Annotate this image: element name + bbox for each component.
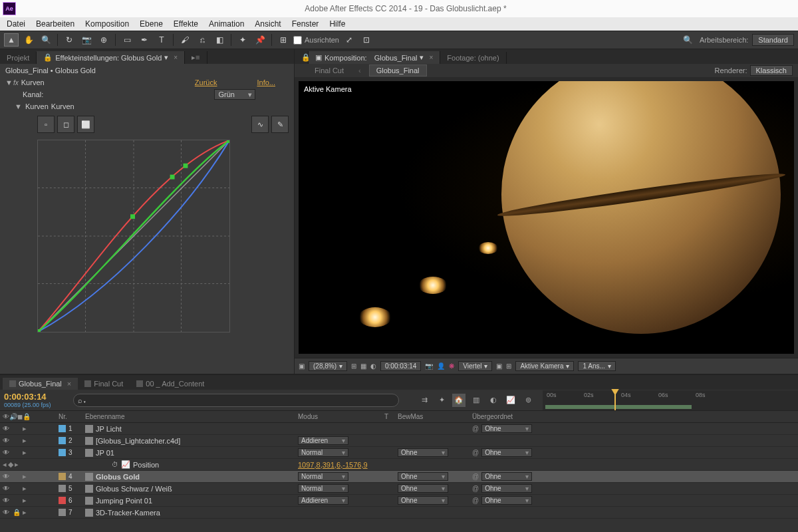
layer-name[interactable]: Globus Schwarz / Weiß [96, 485, 172, 493]
visibility-toggle[interactable]: 👁 [3, 437, 12, 444]
label-color[interactable] [59, 437, 66, 444]
twirl-icon[interactable]: ▸ [23, 448, 31, 457]
views-count-dropdown[interactable]: 1 Ans... ▾ [578, 361, 615, 371]
visibility-toggle[interactable]: 👁 [3, 497, 12, 504]
current-time[interactable]: 0:00:03:14 00089 (25.00 fps) [0, 390, 73, 410]
twirl-icon[interactable]: ▸ [23, 484, 31, 493]
visibility-toggle[interactable]: 👁 [3, 425, 12, 432]
menu-hilfe[interactable]: Hilfe [329, 19, 345, 29]
label-color[interactable] [59, 425, 66, 432]
position-value[interactable]: 1097,8,391,6,-1576,9 [298, 461, 368, 469]
layer-name[interactable]: Jumping Point 01 [96, 497, 152, 505]
layer-row[interactable]: 👁▸6Jumping Point 01AddierenOhne@Ohne [0, 495, 798, 507]
blend-mode-dropdown[interactable]: Addieren [298, 436, 348, 445]
blend-mode-dropdown[interactable]: Normal [298, 484, 348, 493]
dropdown-icon[interactable]: ▾ [164, 53, 168, 62]
renderer-dropdown[interactable]: Klassisch [750, 65, 793, 76]
col-nr[interactable]: Nr. [59, 413, 85, 420]
type-tool[interactable]: T [154, 33, 169, 47]
parent-dropdown[interactable]: Ohne [481, 424, 532, 433]
align-checkbox[interactable] [293, 36, 302, 45]
prev-key-icon[interactable]: ◂ [3, 460, 7, 469]
close-tab-icon[interactable]: × [174, 54, 178, 61]
snap-toggle[interactable]: ⊞ [276, 33, 291, 47]
menu-komposition[interactable]: Komposition [85, 19, 129, 29]
frame-blend-icon[interactable]: ▥ [469, 394, 483, 407]
layer-row[interactable]: 👁▸3JP 01NormalOhne@Ohne [0, 447, 798, 459]
transparency-icon[interactable]: ▦ [360, 362, 366, 370]
stopwatch-icon[interactable]: ⏱ [112, 461, 118, 468]
twirl-icon[interactable]: ▼ [5, 78, 13, 86]
track-matte-dropdown[interactable]: Ohne [398, 496, 448, 505]
shy-icon[interactable]: 🏠 [452, 394, 466, 407]
pickwhip-icon[interactable]: @ [472, 425, 479, 432]
layer-name[interactable]: 3D-Tracker-Kamera [96, 509, 160, 517]
parent-dropdown[interactable]: Ohne [481, 472, 532, 481]
track-matte-dropdown[interactable]: Ohne [398, 484, 448, 493]
track-matte-dropdown[interactable]: Ohne [398, 472, 448, 481]
selection-tool[interactable]: ▲ [4, 33, 19, 47]
timeline-tab-add-content[interactable]: 00 _ Add_Content [130, 378, 211, 390]
grid-icon[interactable]: ⊞ [506, 362, 511, 370]
tab-project[interactable]: Projekt [0, 52, 37, 64]
col-parent[interactable]: Übergeordnet [472, 413, 572, 420]
zoom-tool[interactable]: 🔍 [39, 33, 53, 47]
curves-size-large[interactable]: ⬜ [77, 116, 94, 133]
twirl-icon[interactable]: ▸ [23, 436, 31, 445]
roi-icon[interactable]: ▣ [299, 362, 305, 370]
timeline-search-input[interactable] [73, 394, 399, 407]
visibility-toggle[interactable]: 👁 [3, 485, 12, 492]
pickwhip-icon[interactable]: @ [472, 449, 479, 456]
next-key-icon[interactable]: ▸ [15, 460, 19, 469]
lock-icon[interactable]: 🔒 [295, 51, 309, 64]
twirl-icon[interactable]: ▸ [23, 496, 31, 505]
channel-icon[interactable]: ❋ [449, 362, 454, 370]
layer-name[interactable]: JP Licht [96, 425, 122, 433]
label-color[interactable] [59, 449, 66, 456]
tab-composition[interactable]: ▣ Komposition: Globus_Final ▾ × [309, 51, 440, 64]
parent-dropdown[interactable]: Ohne [481, 448, 532, 457]
snap-box-icon[interactable]: ⊡ [359, 33, 374, 47]
col-t[interactable]: T [384, 413, 398, 420]
layer-row[interactable]: 👁▸1JP Licht@Ohne [0, 423, 798, 435]
roto-tool[interactable]: ✦ [235, 33, 250, 47]
menu-fenster[interactable]: Fenster [292, 19, 319, 29]
label-color[interactable] [59, 485, 66, 492]
twirl-icon[interactable]: ▸ [23, 424, 31, 433]
comp-mini-flowchart-icon[interactable]: ⇉ [418, 394, 431, 407]
show-snapshot-icon[interactable]: 👤 [437, 362, 445, 370]
snap-icon[interactable]: ⤢ [342, 33, 356, 47]
puppet-tool[interactable]: 📌 [253, 33, 267, 47]
label-color[interactable] [59, 497, 66, 504]
snapshot-icon[interactable]: 📷 [425, 362, 433, 370]
dropdown-icon[interactable]: ▾ [420, 53, 424, 62]
zoom-dropdown[interactable]: (28,8%) ▾ [309, 361, 347, 371]
pickwhip-icon[interactable]: @ [472, 473, 479, 480]
info-link[interactable]: Info... [257, 78, 275, 86]
visibility-toggle[interactable]: 👁 [3, 473, 12, 480]
search-help-icon[interactable]: 🔍 [681, 33, 696, 47]
visibility-toggle[interactable]: 👁 [3, 449, 12, 456]
layer-row[interactable]: 👁▸2[Globus_Lightcatcher.c4d]Addieren [0, 435, 798, 447]
brush-tool[interactable]: 🖌 [178, 33, 192, 47]
col-name[interactable]: Ebenenname [85, 413, 298, 420]
quality-dropdown[interactable]: Viertel ▾ [458, 361, 492, 371]
time-ruler[interactable]: 00s 02s 04s 06s 08s [543, 390, 798, 410]
layer-name[interactable]: Globus Gold [96, 473, 140, 481]
pencil-tool-icon[interactable]: ✎ [271, 116, 289, 133]
viewport[interactable]: Aktive Kamera [295, 77, 798, 358]
timecode-field[interactable]: 0:00:03:14 [380, 361, 421, 371]
camera-tool[interactable]: 📷 [79, 33, 94, 47]
parent-dropdown[interactable]: Ohne [481, 484, 532, 493]
property-row-position[interactable]: ◂◆▸⏱📈 Position1097,8,391,6,-1576,9 [0, 459, 798, 471]
visibility-toggle[interactable]: 👁 [3, 509, 12, 516]
add-key-icon[interactable]: ◆ [8, 460, 13, 469]
layer-row[interactable]: 👁▸5Globus Schwarz / WeißNormalOhne@Ohne [0, 483, 798, 495]
label-color[interactable] [59, 473, 66, 480]
close-tab-icon[interactable]: × [67, 380, 71, 388]
col-mode[interactable]: Modus [298, 413, 384, 420]
curves-size-small[interactable]: ▫ [37, 116, 55, 133]
roi-toggle-icon[interactable]: ▣ [496, 362, 502, 370]
menu-animation[interactable]: Animation [209, 19, 244, 29]
blend-mode-dropdown[interactable]: Addieren [298, 496, 348, 505]
